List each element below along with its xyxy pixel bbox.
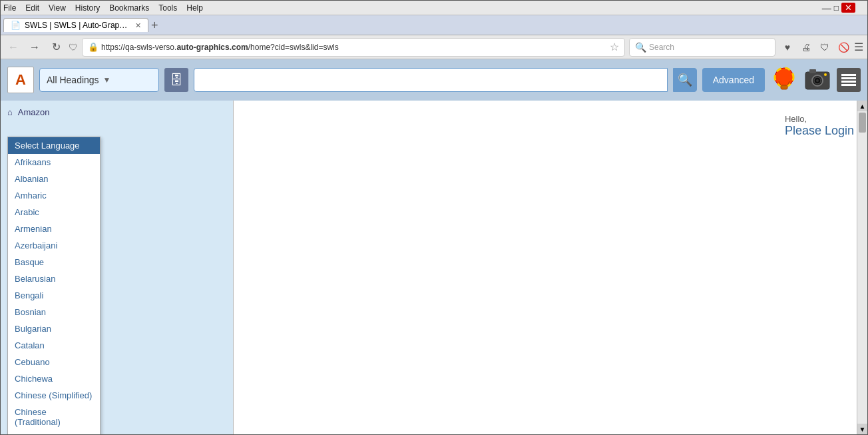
svg-rect-12 (841, 74, 856, 76)
language-item[interactable]: Azerbaijani (8, 237, 100, 254)
language-item[interactable]: Belarusian (8, 270, 100, 287)
tab-bar: 📄 SWLS | SWLS | Auto-Graphics In... ✕ + (1, 15, 867, 35)
camera-scan-icon[interactable] (803, 66, 831, 94)
page-body: ⌂ Amazon Select Language AfrikaansAlbani… (1, 101, 867, 434)
url-domain: auto-graphics.com (176, 43, 248, 52)
svg-rect-14 (841, 81, 856, 83)
menu-history[interactable]: History (75, 3, 100, 13)
address-bar: ← → ↻ 🛡 🔒 https://qa-swls-verso.auto-gra… (1, 35, 867, 59)
menu-view[interactable]: View (49, 3, 66, 13)
window-frame: File Edit View History Bookmarks Tools H… (0, 0, 868, 435)
menu-file[interactable]: File (3, 3, 16, 13)
svg-point-11 (824, 73, 827, 76)
back-button[interactable]: ← (5, 39, 22, 56)
svg-rect-2 (781, 85, 787, 89)
language-item[interactable]: Albanian (8, 171, 100, 187)
headings-label: All Headings (47, 75, 99, 85)
language-item[interactable]: Chinese (Traditional) (8, 404, 100, 430)
reload-button[interactable]: ↻ (47, 39, 65, 56)
window-scrollbar[interactable]: ▲ ▼ (857, 101, 867, 434)
language-item[interactable]: Amharic (8, 187, 100, 204)
app-toolbar: A All Headings ▼ 🗄 🔍 Advanced (1, 59, 867, 101)
url-text: https://qa-swls-verso.auto-graphics.com/… (101, 43, 607, 52)
database-icon[interactable]: 🗄 (164, 68, 188, 92)
shield-icon: 🛡 (69, 42, 78, 53)
extension-icon2[interactable]: 🚫 (835, 39, 851, 55)
please-login-text[interactable]: Please Login (785, 124, 854, 138)
language-item[interactable]: Bosnian (8, 304, 100, 320)
tab-close-button[interactable]: ✕ (135, 21, 141, 30)
tab-favicon: 📄 (11, 21, 21, 30)
browser-toolbar-icons: ♥ 🖨 🛡 🚫 ☰ (779, 39, 863, 55)
browser-search-box[interactable]: 🔍 Search (629, 38, 775, 57)
hello-greeting: Hello, (785, 114, 854, 124)
language-item[interactable]: Afrikaans (8, 154, 100, 171)
window-close[interactable]: ✕ (841, 3, 855, 13)
menu-bookmarks[interactable]: Bookmarks (109, 3, 149, 13)
pocket-icon[interactable]: ♥ (779, 39, 795, 55)
page-content: A All Headings ▼ 🗄 🔍 Advanced (1, 59, 867, 434)
hello-panel: Hello, Please Login (785, 114, 854, 138)
language-list[interactable]: AfrikaansAlbanianAmharicArabicArmenianAz… (8, 154, 100, 434)
sidebar: ⌂ Amazon Select Language AfrikaansAlbani… (1, 101, 234, 434)
language-item[interactable]: Chichewa (8, 370, 100, 387)
svg-point-10 (816, 79, 819, 82)
language-item[interactable]: Cebuano (8, 354, 100, 370)
bookmark-star-icon[interactable]: ☆ (610, 41, 619, 53)
list-view-icon[interactable] (837, 68, 861, 92)
menu-tools[interactable]: Tools (158, 3, 177, 13)
window-maximize[interactable]: □ (834, 3, 839, 13)
language-item[interactable]: Basque (8, 254, 100, 270)
forward-button[interactable]: → (26, 39, 43, 56)
print-icon[interactable]: 🖨 (798, 39, 814, 55)
search-go-icon: 🔍 (678, 73, 692, 87)
search-placeholder-text: Search (649, 43, 674, 52)
scrollbar-up-button[interactable]: ▲ (857, 101, 867, 111)
search-go-button[interactable]: 🔍 (673, 68, 697, 92)
lock-icon: 🔒 (88, 42, 99, 52)
main-search-input[interactable] (194, 68, 668, 92)
language-select-header: Select Language (8, 137, 100, 154)
browser-menu-button[interactable]: ☰ (854, 41, 863, 53)
url-bar[interactable]: 🔒 https://qa-swls-verso.auto-graphics.co… (82, 38, 625, 57)
home-icon: ⌂ (7, 107, 13, 117)
browser-tab[interactable]: 📄 SWLS | SWLS | Auto-Graphics In... ✕ (3, 18, 148, 32)
window-minimize[interactable]: — (822, 3, 831, 13)
search-icon: 🔍 (635, 42, 646, 53)
sidebar-home-item[interactable]: ⌂ Amazon (7, 107, 226, 117)
url-prefix: https://qa-swls-verso. (101, 43, 176, 52)
language-item[interactable]: Armenian (8, 220, 100, 237)
language-item[interactable]: Bulgarian (8, 320, 100, 337)
advanced-search-button[interactable]: Advanced (702, 68, 765, 92)
svg-rect-15 (841, 84, 856, 86)
language-item[interactable]: Bengali (8, 287, 100, 304)
new-tab-button[interactable]: + (151, 19, 158, 31)
headings-chevron-icon: ▼ (103, 75, 111, 85)
sidebar-amazon-label: Amazon (18, 107, 50, 117)
app-logo: A (7, 67, 34, 93)
svg-rect-13 (841, 77, 856, 79)
scrollbar-down-button[interactable]: ▼ (857, 424, 867, 434)
language-item[interactable]: Chinese (Simplified) (8, 387, 100, 404)
menu-help[interactable]: Help (186, 3, 203, 13)
svg-rect-7 (809, 69, 816, 73)
tab-label: SWLS | SWLS | Auto-Graphics In... (25, 21, 131, 30)
language-item[interactable]: Corsican (8, 430, 100, 434)
language-dropdown: Select Language AfrikaansAlbanianAmharic… (7, 137, 101, 434)
extension-icon1[interactable]: 🛡 (817, 39, 833, 55)
scrollbar-thumb[interactable] (859, 113, 866, 133)
headings-dropdown-container: All Headings ▼ (39, 68, 159, 92)
menu-edit[interactable]: Edit (25, 3, 39, 13)
language-item[interactable]: Catalan (8, 337, 100, 354)
language-item[interactable]: Arabic (8, 204, 100, 220)
url-path: /home?cid=swls&lid=swls (248, 43, 339, 52)
headings-dropdown[interactable]: All Headings ▼ (39, 68, 159, 92)
menu-bar: File Edit View History Bookmarks Tools H… (1, 1, 867, 15)
balloon-icon[interactable] (770, 66, 798, 94)
main-content-area: Hello, Please Login (234, 101, 867, 434)
